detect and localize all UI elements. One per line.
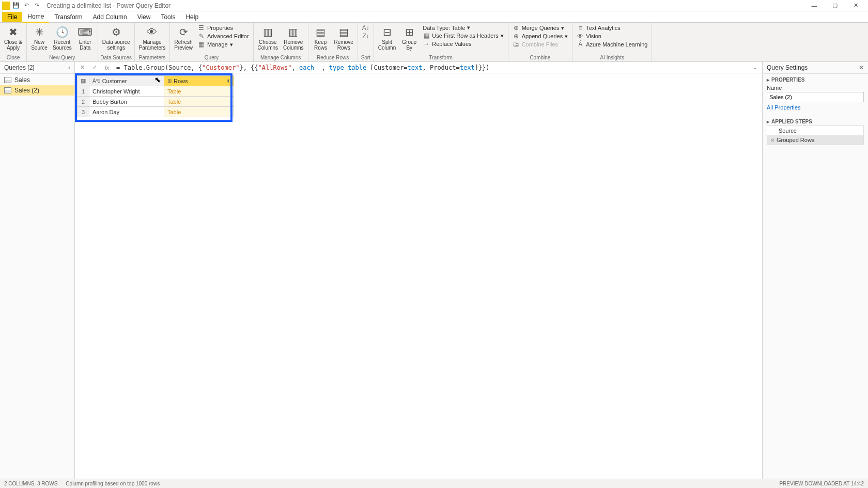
text-type-icon: A𝄌c bbox=[92, 78, 100, 84]
enter-data-button[interactable]: ⌨Enter Data bbox=[75, 24, 96, 52]
all-properties-link[interactable]: All Properties bbox=[767, 102, 800, 113]
minimize-button[interactable]: — bbox=[804, 0, 825, 11]
close-apply-button[interactable]: ✖ Close & Apply bbox=[2, 24, 24, 52]
remove-rows-button[interactable]: ▤Remove Rows bbox=[332, 24, 355, 52]
sort-desc-button[interactable]: Z↓ bbox=[360, 32, 371, 40]
query-settings-pane: Query Settings ✕ ▸PROPERTIES Name All Pr… bbox=[762, 62, 868, 479]
data-source-settings-button[interactable]: ⚙Data source settings bbox=[100, 24, 132, 52]
expand-column-icon[interactable]: ⬍ bbox=[226, 78, 230, 84]
tab-view[interactable]: View bbox=[132, 12, 156, 22]
undo-icon[interactable]: ↶ bbox=[22, 1, 31, 10]
queries-list: Sales Sales (2) bbox=[0, 74, 74, 97]
formula-bar: ✕ ✓ fx = Table.Group(Source, {"Customer"… bbox=[75, 62, 762, 73]
table-row[interactable]: 2Bobby BurtonTable bbox=[78, 97, 234, 107]
parameters-icon: 👁 bbox=[144, 25, 160, 39]
combine-files-icon: 🗂 bbox=[513, 41, 520, 48]
queries-title: Queries [2] bbox=[4, 64, 35, 71]
manage-button[interactable]: ▦Manage ▾ bbox=[196, 40, 251, 49]
step-grouped-rows[interactable]: ✕Grouped Rows bbox=[767, 135, 863, 145]
expand-formula-icon[interactable]: ⌄ bbox=[750, 64, 760, 71]
app-icon bbox=[2, 2, 10, 10]
status-bar: 2 COLUMNS, 3 ROWS Column profiling based… bbox=[0, 479, 868, 488]
split-column-button[interactable]: ⊟Split Column bbox=[376, 24, 398, 52]
azure-ml-button[interactable]: ÅAzure Machine Learning bbox=[575, 40, 649, 49]
collapse-queries-icon[interactable]: ‹ bbox=[68, 64, 70, 71]
data-grid[interactable]: ▦ A𝄌cCustomer▾ ⊞Rows⬍ 1Christopher Wrigh… bbox=[77, 75, 234, 117]
table-icon bbox=[4, 77, 11, 83]
new-source-button[interactable]: ✳New Source bbox=[29, 24, 50, 52]
replace-icon: → bbox=[423, 40, 430, 48]
redo-icon[interactable]: ↷ bbox=[32, 1, 41, 10]
column-header-customer[interactable]: A𝄌cCustomer▾ bbox=[89, 76, 164, 86]
column-dropdown-icon[interactable]: ▾ bbox=[158, 78, 161, 84]
accept-formula-icon[interactable]: ✓ bbox=[89, 63, 100, 72]
query-item-sales-2[interactable]: Sales (2) bbox=[0, 85, 74, 96]
keep-rows-icon: ▤ bbox=[313, 25, 329, 39]
close-settings-icon[interactable]: ✕ bbox=[859, 64, 864, 71]
gear-icon: ⚙ bbox=[108, 25, 125, 39]
text-analytics-button[interactable]: ≡Text Analytics bbox=[575, 24, 649, 32]
sort-asc-button[interactable]: A↓ bbox=[360, 24, 371, 32]
combine-files-button[interactable]: 🗂Combine Files bbox=[510, 40, 570, 49]
tab-add-column[interactable]: Add Column bbox=[88, 12, 132, 22]
append-icon: ⊕ bbox=[513, 33, 520, 40]
table-row[interactable]: 1Christopher WrightTable bbox=[78, 86, 234, 97]
vision-icon: 👁 bbox=[577, 33, 584, 40]
name-label: Name bbox=[767, 85, 864, 91]
quick-access-toolbar: 💾 ↶ ↷ bbox=[11, 1, 41, 10]
replace-values-button[interactable]: →Replace Values bbox=[421, 40, 505, 48]
properties-section-title: ▸PROPERTIES bbox=[763, 74, 868, 84]
query-name-input[interactable] bbox=[767, 92, 864, 102]
new-source-icon: ✳ bbox=[31, 25, 48, 39]
properties-button[interactable]: ☰Properties bbox=[196, 24, 251, 32]
append-queries-button[interactable]: ⊕Append Queries ▾ bbox=[510, 32, 570, 40]
tab-transform[interactable]: Transform bbox=[49, 12, 87, 22]
vision-button[interactable]: 👁Vision bbox=[575, 32, 649, 40]
azure-ml-icon: Å bbox=[577, 41, 584, 48]
fx-icon[interactable]: fx bbox=[102, 63, 112, 72]
table-type-icon: ⊞ bbox=[167, 78, 172, 84]
window-title: Creating a delimited list - Power Query … bbox=[47, 2, 171, 9]
first-row-headers-button[interactable]: ▦Use First Row as Headers ▾ bbox=[421, 32, 505, 40]
close-apply-icon: ✖ bbox=[5, 25, 22, 39]
close-button[interactable]: ✕ bbox=[845, 0, 866, 11]
queries-pane: Queries [2] ‹ Sales Sales (2) bbox=[0, 62, 75, 479]
manage-icon: ▦ bbox=[198, 41, 205, 48]
sort-asc-icon: A↓ bbox=[362, 24, 369, 32]
status-columns-rows: 2 COLUMNS, 3 ROWS bbox=[4, 481, 57, 486]
save-icon[interactable]: 💾 bbox=[11, 1, 21, 10]
data-type-button[interactable]: Data Type: Table ▾ bbox=[421, 24, 505, 32]
recent-sources-icon: 🕓 bbox=[54, 25, 70, 39]
remove-columns-icon: ▥ bbox=[285, 25, 302, 39]
refresh-preview-button[interactable]: ⟳Refresh Preview bbox=[172, 24, 195, 52]
manage-parameters-button[interactable]: 👁Manage Parameters bbox=[137, 24, 168, 52]
merge-queries-button[interactable]: ⊕Merge Queries ▾ bbox=[510, 24, 570, 32]
group-by-button[interactable]: ⊞Group By bbox=[399, 24, 420, 52]
applied-steps-section-title: ▸APPLIED STEPS bbox=[763, 116, 868, 125]
merge-icon: ⊕ bbox=[513, 24, 520, 32]
recent-sources-button[interactable]: 🕓Recent Sources bbox=[51, 24, 74, 52]
status-profiling: Column profiling based on top 1000 rows bbox=[66, 481, 160, 486]
ribbon: ✖ Close & Apply Close ✳New Source 🕓Recen… bbox=[0, 23, 868, 62]
choose-columns-icon: ▥ bbox=[259, 25, 276, 39]
cancel-formula-icon[interactable]: ✕ bbox=[77, 63, 87, 72]
advanced-editor-button[interactable]: ✎Advanced Editor bbox=[196, 32, 251, 40]
step-source[interactable]: Source bbox=[767, 126, 863, 135]
query-item-sales[interactable]: Sales bbox=[0, 75, 74, 85]
tab-help[interactable]: Help bbox=[180, 12, 204, 22]
formula-input[interactable]: = Table.Group(Source, {"Customer"}, {{"A… bbox=[114, 63, 748, 72]
refresh-icon: ⟳ bbox=[175, 25, 192, 39]
tab-home[interactable]: Home bbox=[22, 11, 49, 23]
delete-step-icon[interactable]: ✕ bbox=[770, 137, 774, 143]
keep-rows-button[interactable]: ▤Keep Rows bbox=[311, 24, 331, 52]
text-analytics-icon: ≡ bbox=[577, 24, 584, 32]
tab-tools[interactable]: Tools bbox=[156, 12, 180, 22]
enter-data-icon: ⌨ bbox=[77, 25, 94, 39]
table-row[interactable]: 3Aaron DayTable bbox=[78, 107, 234, 117]
remove-columns-button[interactable]: ▥Remove Columns bbox=[281, 24, 305, 52]
maximize-button[interactable]: ▢ bbox=[825, 0, 845, 11]
row-corner[interactable]: ▦ bbox=[78, 76, 89, 86]
tab-file[interactable]: File bbox=[2, 12, 22, 22]
choose-columns-button[interactable]: ▥Choose Columns bbox=[256, 24, 280, 52]
column-header-allrows[interactable]: ⊞Rows⬍ bbox=[164, 76, 234, 86]
